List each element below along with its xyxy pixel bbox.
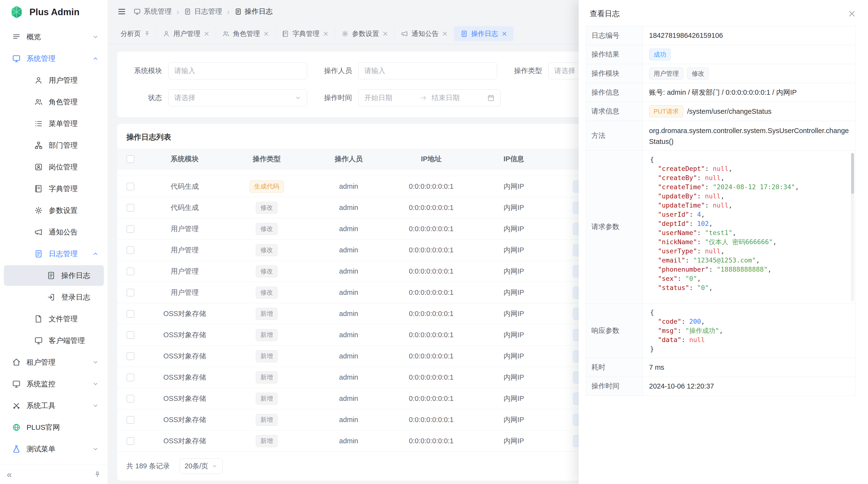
cell-module: OSS对象存储 <box>144 309 226 319</box>
row-checkbox[interactable] <box>127 395 134 402</box>
close-icon[interactable] <box>848 10 856 18</box>
logo-icon <box>9 5 24 20</box>
detail-label: 响应参数 <box>586 303 643 358</box>
scrollbar-thumb[interactable] <box>851 153 854 194</box>
tab-operation-log[interactable]: 操作日志 <box>454 26 514 41</box>
sidebar-item-menu-management[interactable]: 菜单管理 <box>4 113 104 134</box>
sidebar-item-system-tools[interactable]: 系统工具 <box>4 395 104 416</box>
hamburger-icon[interactable] <box>117 7 126 16</box>
status-select[interactable]: 请选择 <box>168 90 307 106</box>
sidebar-item-tenant-management[interactable]: 租户管理 <box>4 352 104 373</box>
cell-operator: admin <box>308 267 390 275</box>
detail-label: 请求信息 <box>586 102 643 121</box>
close-icon[interactable] <box>382 31 388 37</box>
scrollbar-track[interactable] <box>851 153 854 301</box>
row-checkbox[interactable] <box>127 183 134 190</box>
breadcrumb-item[interactable]: 日志管理 <box>184 7 222 17</box>
cell-module: OSS对象存储 <box>144 394 226 404</box>
sidebar-item-param-settings[interactable]: 参数设置 <box>4 200 104 221</box>
row-checkbox[interactable] <box>127 416 134 424</box>
file-icon <box>34 315 43 323</box>
sidebar-item-user-management[interactable]: 用户管理 <box>4 70 104 91</box>
cell-module: OSS对象存储 <box>144 351 226 361</box>
end-date-input[interactable]: 结束日期 <box>432 93 483 103</box>
close-icon[interactable] <box>442 31 448 37</box>
breadcrumb-item-current: 操作日志 <box>235 7 273 17</box>
sidebar-item-log-management[interactable]: 日志管理 <box>4 244 104 264</box>
action-type-badge: 生成代码 <box>250 181 284 193</box>
pin-icon[interactable] <box>94 471 101 478</box>
cell-ip-info: 内网IP <box>473 394 555 404</box>
cell-ip: 0:0:0:0:0:0:0:1 <box>390 246 473 254</box>
cell-module: 用户管理 <box>144 288 226 297</box>
tab-analysis[interactable]: 分析页 <box>114 26 156 41</box>
doc-icon <box>235 8 242 15</box>
close-icon[interactable] <box>501 31 507 37</box>
sidebar-item-dept-management[interactable]: 部门管理 <box>4 135 104 156</box>
operator-input[interactable]: 请输入 <box>358 62 497 79</box>
page-size-select[interactable]: 20条/页 <box>180 458 222 474</box>
row-checkbox[interactable] <box>127 289 134 296</box>
breadcrumb-separator: › <box>227 7 229 16</box>
sidebar-item-login-log[interactable]: 登录日志 <box>4 287 104 308</box>
sidebar-item-test-menu[interactable]: 测试菜单 <box>4 439 104 459</box>
collapse-sidebar-icon[interactable]: « <box>7 470 12 479</box>
sidebar-item-operation-log[interactable]: 操作日志 <box>4 265 104 286</box>
row-checkbox[interactable] <box>127 204 134 212</box>
start-date-input[interactable]: 开始日期 <box>364 93 415 103</box>
action-type-badge: 新增 <box>256 308 278 320</box>
sidebar-item-workflow[interactable]: 工作流 <box>4 460 104 465</box>
filter-label-operator: 操作人员 <box>318 66 352 76</box>
row-checkbox[interactable] <box>127 267 134 275</box>
cell-ip: 0:0:0:0:0:0:0:1 <box>390 352 473 360</box>
sidebar-item-client-management[interactable]: 客户端管理 <box>4 330 104 351</box>
tab-role-management[interactable]: 角色管理 <box>216 26 276 41</box>
close-icon[interactable] <box>204 31 210 37</box>
sidebar-item-role-management[interactable]: 角色管理 <box>4 92 104 112</box>
close-icon[interactable] <box>323 31 329 37</box>
tab-param-settings[interactable]: 参数设置 <box>335 26 395 41</box>
sidebar: Plus Admin 概览 系统管理 用户管理 角色管理 菜单管理 部门管理 <box>0 0 108 484</box>
detail-label: 请求参数 <box>586 151 643 303</box>
action-type-badge: 修改 <box>256 202 278 214</box>
cell-ip: 0:0:0:0:0:0:0:1 <box>390 416 473 424</box>
detail-label: 操作模块 <box>586 64 643 83</box>
cell-ip: 0:0:0:0:0:0:0:1 <box>390 331 473 339</box>
breadcrumb-item[interactable]: 系统管理 <box>133 7 172 17</box>
cell-operator: admin <box>308 225 390 233</box>
row-checkbox[interactable] <box>127 246 134 254</box>
cell-ip-info: 内网IP <box>473 224 555 234</box>
select-all-checkbox[interactable] <box>127 155 134 163</box>
sidebar-item-plus-website[interactable]: PLUS官网 <box>4 417 104 438</box>
tab-notice[interactable]: 通知公告 <box>395 26 454 41</box>
flask-icon <box>12 445 21 453</box>
tab-user-management[interactable]: 用户管理 <box>156 26 216 41</box>
row-checkbox[interactable] <box>127 374 134 381</box>
gear-icon <box>341 30 349 37</box>
app-logo[interactable]: Plus Admin <box>0 0 108 24</box>
cell-operator: admin <box>308 310 390 318</box>
module-input[interactable]: 请输入 <box>168 62 307 79</box>
sidebar-item-overview[interactable]: 概览 <box>4 27 104 47</box>
tab-dict-management[interactable]: 字典管理 <box>276 26 335 41</box>
cell-operator: admin <box>308 394 390 402</box>
row-checkbox[interactable] <box>127 225 134 233</box>
sidebar-item-file-management[interactable]: 文件管理 <box>4 309 104 329</box>
close-icon[interactable] <box>263 31 269 37</box>
row-checkbox[interactable] <box>127 310 134 318</box>
sidebar-item-system-monitor[interactable]: 系统监控 <box>4 374 104 394</box>
row-checkbox[interactable] <box>127 331 134 339</box>
date-range-picker[interactable]: 开始日期 结束日期 <box>358 90 500 106</box>
cell-operator: admin <box>308 331 390 339</box>
column-header: 系统模块 <box>144 154 226 164</box>
sidebar-item-system-management[interactable]: 系统管理 <box>4 48 104 69</box>
detail-label: 操作结果 <box>586 45 643 64</box>
sidebar-item-post-management[interactable]: 岗位管理 <box>4 157 104 178</box>
login-icon <box>47 293 56 301</box>
row-checkbox[interactable] <box>127 352 134 360</box>
sidebar-item-notice[interactable]: 通知公告 <box>4 222 104 243</box>
sidebar-item-dict-management[interactable]: 字典管理 <box>4 179 104 199</box>
row-checkbox[interactable] <box>127 437 134 445</box>
list-icon <box>34 119 43 128</box>
pin-icon[interactable] <box>144 31 150 37</box>
